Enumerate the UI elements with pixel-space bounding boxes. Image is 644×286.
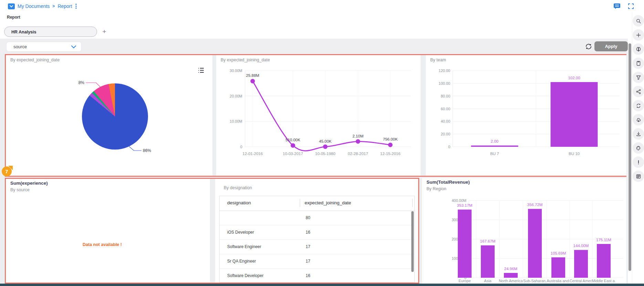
sidebar-download-button[interactable]: [633, 128, 644, 140]
cell-designation: Software Engineer: [227, 244, 261, 249]
share-icon: [636, 89, 641, 94]
pie-label-8: 8%: [70, 80, 84, 85]
svg-text:2.00: 2.00: [491, 139, 498, 143]
revenue-bar-chart[interactable]: 400.00M300.00M200.00M100.00M0353.17MEuro…: [422, 178, 626, 284]
svg-text:102.00: 102.00: [568, 76, 580, 80]
cell-designation: Software Developer: [227, 273, 263, 278]
experience-chart-title: Sum(experience): [10, 181, 48, 186]
comment-icon[interactable]: [613, 3, 621, 9]
topbar: My Documents > Report: [0, 0, 644, 13]
apply-button[interactable]: Apply: [594, 41, 628, 51]
cell-expected-joining-date: 17: [306, 244, 310, 249]
sidebar-summary-button[interactable]: [633, 171, 644, 182]
source-filter-label: source: [13, 42, 27, 51]
breadcrumb-my-documents[interactable]: My Documents: [18, 3, 50, 9]
notes-icon: [636, 61, 641, 66]
sidebar-insights-button[interactable]: [633, 43, 644, 55]
page-title: Report: [7, 15, 20, 20]
source-filter-dropdown[interactable]: source: [6, 42, 82, 52]
svg-text:45.00K: 45.00K: [319, 139, 332, 143]
cell-designation: iOS Developer: [227, 230, 254, 235]
theme-icon: [636, 145, 641, 151]
table-row[interactable]: Software Developer16: [220, 268, 414, 283]
svg-text:120.00: 120.00: [439, 69, 450, 73]
cell-expected-joining-date: 16: [306, 230, 310, 235]
fullscreen-icon[interactable]: [628, 3, 634, 9]
svg-text:167.67M: 167.67M: [480, 239, 496, 243]
svg-text:25.88M: 25.88M: [246, 73, 259, 78]
team-chart-title: By team: [430, 58, 446, 62]
breadcrumb: My Documents > Report: [0, 3, 77, 9]
sidebar-search-button[interactable]: [633, 15, 644, 27]
breadcrumb-separator: >: [52, 4, 55, 9]
cell-expected-joining-date: 17: [306, 259, 310, 264]
table-header: designation expected_joining_date: [220, 196, 414, 211]
svg-text:2.10M: 2.10M: [352, 134, 363, 138]
line-chart[interactable]: 30.00M20.00M10.00M025.88M510.00K45.00K2.…: [216, 55, 421, 176]
svg-text:Middle East a.: Middle East a.: [592, 279, 616, 283]
svg-text:10.00M: 10.00M: [230, 119, 242, 123]
sidebar-notes-button[interactable]: [633, 58, 644, 69]
more-menu-icon[interactable]: [75, 3, 77, 9]
svg-text:400.00M: 400.00M: [452, 198, 466, 203]
highlight-section-bottom: Sum(experience) By source Data not avail…: [5, 178, 419, 284]
svg-text:Asia: Asia: [484, 279, 492, 283]
line-chart-title: By expected_joining_date: [221, 58, 270, 62]
svg-text:Central Amer.: Central Amer.: [570, 279, 593, 283]
refresh-icon[interactable]: [584, 42, 593, 51]
filter-icon: [636, 75, 641, 80]
sidebar-add-button[interactable]: [633, 29, 644, 41]
tab-hr-analysis[interactable]: HR Analysis: [4, 27, 97, 37]
team-bar-chart-card: By team 120.00100.0080.0060.0040.0020.00…: [426, 55, 626, 176]
cell-designation: Sr QA Engineer: [227, 259, 256, 264]
svg-text:105.69M: 105.69M: [551, 251, 566, 255]
download-icon: [636, 131, 641, 137]
table-scrollbar-thumb[interactable]: [411, 211, 414, 272]
table-row[interactable]: Sr QA Engineer17: [220, 254, 414, 269]
legend-list-icon[interactable]: [198, 67, 205, 74]
experience-chart-subtitle: By source: [10, 187, 30, 192]
svg-text:353.17M: 353.17M: [457, 203, 473, 207]
page-scrollbar: [628, 12, 632, 286]
pie-chart[interactable]: [82, 83, 148, 150]
table-row[interactable]: 80: [220, 211, 414, 225]
column-header-expected-joining-date: expected_joining_date: [305, 200, 351, 205]
svg-text:100.00: 100.00: [439, 81, 450, 85]
cell-expected-joining-date: 80: [306, 215, 310, 220]
designation-table[interactable]: designation expected_joining_date 80iOS …: [219, 196, 415, 283]
svg-text:0: 0: [240, 145, 242, 149]
sidebar-cloud-download-button[interactable]: [633, 114, 644, 125]
sidebar-filter-button[interactable]: [633, 72, 644, 83]
team-bar-chart[interactable]: 120.00100.0080.0060.0040.0020.0002.00BU …: [426, 55, 626, 176]
designation-table-card: By designation designation expected_join…: [215, 179, 418, 283]
sidebar-share-button[interactable]: [633, 86, 644, 97]
sidebar-theme-button[interactable]: [633, 142, 644, 154]
folder-icon: [8, 3, 15, 9]
tabs-bar: HR Analysis +: [0, 22, 628, 39]
page-scrollbar-thumb[interactable]: [629, 43, 631, 271]
table-row[interactable]: Software Engineer17: [220, 239, 414, 254]
svg-text:BU 10: BU 10: [569, 152, 580, 156]
add-icon: [636, 32, 641, 38]
table-row[interactable]: iOS Developer16: [220, 225, 414, 240]
sidebar-refresh-button[interactable]: [633, 100, 644, 111]
svg-text:20.00: 20.00: [441, 132, 450, 136]
svg-text:North America: North America: [499, 279, 523, 283]
bottom-edge-bar: [0, 284, 644, 286]
search-icon: [636, 18, 641, 24]
svg-text:20.00M: 20.00M: [230, 94, 242, 98]
sidebar-alerts-button[interactable]: [633, 156, 644, 168]
highlight-section-top: By expected_joining_date 8% 86% By expec…: [5, 54, 626, 177]
pie-chart-title: By expected_joining_date: [10, 58, 60, 62]
no-data-message: Data not available !: [6, 242, 199, 247]
svg-text:356.72M: 356.72M: [527, 203, 543, 207]
alerts-icon: [636, 160, 641, 165]
experience-chart-card: Sum(experience) By source Data not avail…: [6, 179, 210, 283]
breadcrumb-report[interactable]: Report: [57, 3, 72, 9]
add-tab-button[interactable]: +: [99, 27, 109, 37]
chevron-down-icon: [71, 45, 76, 49]
svg-text:40.00: 40.00: [441, 119, 450, 123]
svg-text:10-05-1980: 10-05-1980: [315, 152, 336, 156]
annotation-badge[interactable]: 7: [2, 166, 12, 176]
svg-text:12-01-2016: 12-01-2016: [243, 152, 263, 156]
